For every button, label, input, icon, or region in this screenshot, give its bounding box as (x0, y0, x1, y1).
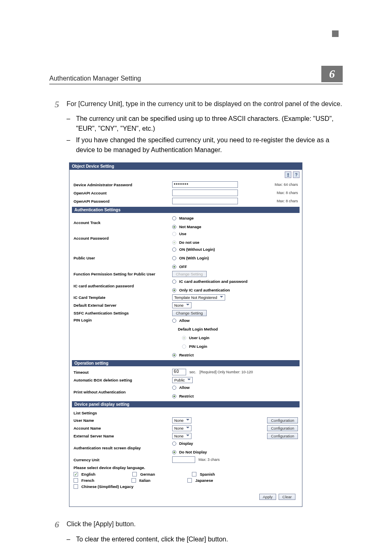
radio-on-without-login[interactable] (172, 247, 176, 252)
external-server-select[interactable]: None (172, 433, 191, 439)
label-print-without-auth: Print without Authentication (74, 390, 172, 394)
step-text: Click the [Apply] button. (67, 519, 136, 530)
row-autobox: Automatic BOX deletion setting Public (74, 376, 298, 384)
row-external-server-name: External Server Name NoneConfiguration (74, 432, 298, 440)
label-public-user: Public User (74, 256, 172, 260)
lang-row-3: Chinese (Simplified) Legacy (74, 483, 298, 490)
default-external-server-select[interactable]: None (172, 302, 191, 308)
account-name-config-button[interactable]: Configuration (267, 425, 298, 431)
label-default-external-server: Default External Server (74, 303, 172, 308)
checkbox-italian[interactable] (131, 478, 136, 483)
openapi-account-input[interactable] (172, 190, 238, 196)
row-default-external-server: Default External Server None (74, 301, 298, 309)
step-5: 5 For [Currency Unit], type in the curre… (49, 99, 343, 110)
corner-ornament (332, 30, 339, 37)
panel-footer-buttons: Apply Clear (74, 490, 298, 503)
row-function-permission: Function Permission Setting for Public U… (74, 270, 298, 278)
running-title: Authentication Manager Setting (49, 75, 141, 82)
label-list-settings: List Settings (74, 411, 172, 415)
radio-use[interactable] (172, 232, 176, 236)
radio-not-manage[interactable] (172, 225, 176, 229)
up-icon[interactable]: ↥ (285, 171, 291, 178)
apply-button[interactable]: Apply (259, 494, 277, 500)
label-currency-unit: Currency Unit (74, 458, 172, 462)
radio-manage[interactable] (172, 216, 176, 220)
row-openapi-account: OpenAPI Account Max: 8 chars (74, 189, 298, 197)
label-function-permission: Function Permission Setting for Public U… (74, 272, 172, 276)
admin-password-input[interactable]: •••••••• (172, 181, 238, 188)
bullet-item: –To clear the entered content, click the… (67, 534, 343, 544)
radio-user-login[interactable] (182, 336, 186, 340)
openapi-password-input[interactable] (172, 198, 238, 204)
radio-pin-restrict[interactable] (172, 353, 176, 357)
label-timeout: Timeout (74, 370, 172, 375)
row-timeout: Timeout 60 sec. [Required] Only Number: … (74, 368, 298, 376)
row-admin-password: Device Administrator Password •••••••• M… (74, 180, 298, 189)
radio-pin-login-method[interactable] (182, 345, 186, 349)
radio-only-ic[interactable] (172, 288, 176, 292)
label-default-login-method: Default Login Method (178, 327, 218, 331)
timeout-input[interactable]: 60 (172, 369, 186, 375)
row-ic-auth-password: IC card authentication password IC card … (74, 278, 298, 294)
row-user-name: User Name NoneConfiguration (74, 416, 298, 424)
currency-unit-input[interactable] (172, 456, 195, 463)
bullet-item: –The currency unit can be specified usin… (67, 114, 343, 134)
radio-do-not-display[interactable] (172, 450, 176, 454)
row-openapi-password: OpenAPI Password Max: 8 chars (74, 197, 298, 205)
chapter-number-box: 6 (321, 66, 343, 82)
label-autobox: Automatic BOX deletion setting (74, 378, 172, 382)
user-name-config-button[interactable]: Configuration (267, 417, 298, 423)
label-account-name: Account Name (74, 426, 172, 430)
checkbox-spanish[interactable] (192, 472, 196, 476)
dash-icon: – (67, 135, 70, 155)
step-text: For [Currency Unit], type in the currenc… (67, 99, 342, 110)
hint-openapi-account: Max: 8 chars (277, 191, 298, 195)
checkbox-chinese-simplified[interactable] (74, 484, 78, 489)
label-ic-card-template: IC Card Template (74, 295, 172, 300)
row-pin-login: PIN Login Allow Default Login Method Use… (74, 317, 298, 358)
dash-icon: – (67, 534, 70, 544)
radio-print-restrict[interactable] (172, 394, 176, 398)
account-name-select[interactable]: None (172, 425, 191, 431)
radio-pin-allow[interactable] (172, 319, 176, 323)
row-ic-card-template: IC Card Template Template Not Registered (74, 294, 298, 301)
lang-row-1: ✓English German Spanish (74, 471, 298, 477)
radio-do-not-use[interactable] (172, 240, 176, 245)
row-account-track: Account Track Manage Not Manage (74, 215, 298, 230)
radio-ic-and-password[interactable] (172, 280, 176, 284)
checkbox-english[interactable]: ✓ (74, 472, 78, 476)
external-server-config-button[interactable]: Configuration (267, 433, 298, 439)
checkbox-japanese[interactable] (187, 478, 192, 483)
section-operation-setting: Operation setting (72, 360, 300, 366)
autobox-select[interactable]: Public (172, 377, 193, 383)
section-device-panel-display: Device panel display setting (72, 401, 300, 407)
checkbox-french[interactable] (74, 478, 78, 483)
radio-off[interactable] (172, 265, 176, 269)
step-number: 6 (49, 519, 59, 530)
radio-display[interactable] (172, 442, 176, 446)
label-language-prompt: Please select device display language. (74, 465, 145, 470)
radio-print-allow[interactable] (172, 386, 176, 390)
clear-button[interactable]: Clear (279, 494, 295, 500)
timeout-unit: sec. (189, 370, 196, 374)
row-print-without-auth: Print without Authentication Allow Restr… (74, 384, 298, 400)
lang-row-2: French Italian Japanese (74, 477, 298, 483)
row-public-user: Public User ON (Without Login) ON (With … (74, 246, 298, 270)
step-6: 6 Click the [Apply] button. (49, 519, 343, 530)
hint-admin-password: Max: 64 chars (274, 183, 298, 187)
step-5-bullets: –The currency unit can be specified usin… (49, 114, 343, 155)
running-header: Authentication Manager Setting 6 (49, 66, 343, 84)
label-user-name: User Name (74, 418, 172, 423)
help-icon[interactable]: ? (293, 171, 300, 178)
checkbox-german[interactable] (132, 472, 137, 476)
label-ssfc: SSFC Authentication Settings (74, 311, 172, 315)
step-number: 5 (49, 99, 59, 110)
user-name-select[interactable]: None (172, 417, 191, 423)
label-account-track: Account Track (74, 220, 172, 225)
label-external-server-name: External Server Name (74, 434, 172, 438)
radio-on-with-login[interactable] (172, 256, 176, 260)
ic-template-select[interactable]: Template Not Registered (172, 294, 225, 301)
change-setting-button-disabled: Change Setting (172, 271, 207, 277)
label-auth-result-display: Authentication result screen display (74, 446, 172, 450)
ssfc-change-setting-button[interactable]: Change Setting (172, 310, 207, 316)
